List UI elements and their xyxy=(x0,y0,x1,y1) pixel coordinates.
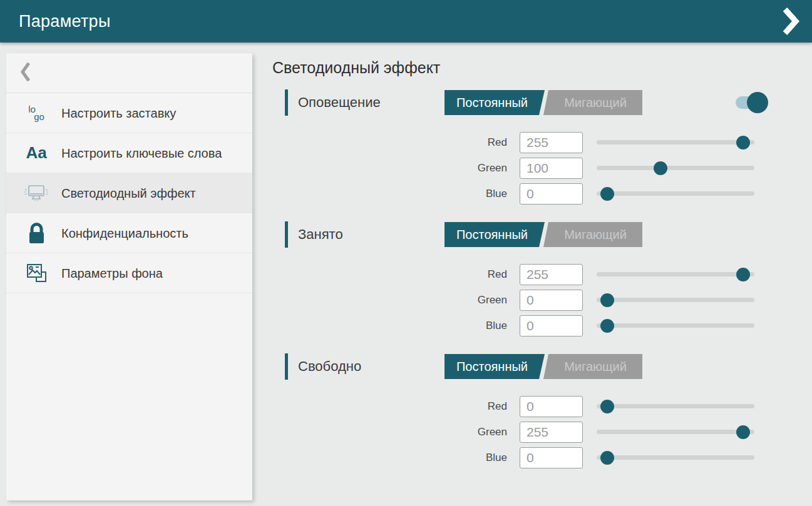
channel-label: Green xyxy=(285,294,507,306)
channel-label: Green xyxy=(285,162,507,175)
led-screen-icon xyxy=(21,182,51,205)
slider-thumb[interactable] xyxy=(600,187,614,201)
green-value-input[interactable] xyxy=(520,290,583,311)
channel-row-blue: Blue xyxy=(285,313,812,338)
keywords-icon: Aa xyxy=(21,143,51,163)
channel-row-red: Red xyxy=(285,129,812,155)
sidebar-item-background[interactable]: Параметры фона xyxy=(6,253,252,293)
slider-track[interactable] xyxy=(597,191,754,196)
slider-track[interactable] xyxy=(597,404,754,408)
blue-value-input[interactable] xyxy=(520,315,583,336)
channel-row-blue: Blue xyxy=(285,445,812,470)
slider-thumb[interactable] xyxy=(600,451,614,465)
red-slider[interactable] xyxy=(597,267,754,282)
led-effect-panel: Светодиодный эффект Оповещение Постоянны… xyxy=(252,43,812,506)
slider-thumb[interactable] xyxy=(600,293,614,307)
red-value-input[interactable] xyxy=(520,264,583,285)
mode-blinking-button[interactable]: Мигающий xyxy=(543,354,642,379)
red-slider[interactable] xyxy=(597,399,754,414)
slider-thumb[interactable] xyxy=(600,319,614,333)
red-value-input[interactable] xyxy=(520,396,583,417)
channel-label: Red xyxy=(285,400,507,413)
green-value-input[interactable] xyxy=(520,422,583,443)
slider-thumb[interactable] xyxy=(736,425,750,439)
green-slider[interactable] xyxy=(597,293,754,308)
chevron-left-icon xyxy=(20,61,31,85)
slider-track[interactable] xyxy=(597,166,754,170)
section-free: Свободно Постоянный Мигающий Red Green xyxy=(285,353,812,470)
blue-value-input[interactable] xyxy=(520,447,583,468)
mode-segmented-control: Постоянный Мигающий xyxy=(445,354,642,379)
section-title: Свободно xyxy=(285,353,445,380)
slider-track[interactable] xyxy=(597,430,754,434)
blue-slider[interactable] xyxy=(597,318,754,333)
channel-label: Blue xyxy=(285,320,507,332)
channel-label: Red xyxy=(285,136,507,149)
mode-segmented-control: Постоянный Мигающий xyxy=(445,222,642,247)
sidebar-item-label: Конфиденциальность xyxy=(61,218,197,248)
sidebar-item-label: Параметры фона xyxy=(61,258,172,288)
mode-solid-button[interactable]: Постоянный xyxy=(445,354,545,379)
mode-blinking-button[interactable]: Мигающий xyxy=(543,90,642,115)
channel-row-green: Green xyxy=(285,419,812,445)
sidebar-item-screensaver[interactable]: logo Настроить заставку xyxy=(6,93,252,133)
chevron-right-icon[interactable] xyxy=(781,6,799,36)
slider-track[interactable] xyxy=(597,323,754,328)
lock-icon xyxy=(21,221,51,246)
sidebar-item-label: Настроить ключевые слова xyxy=(61,138,230,168)
channel-label: Green xyxy=(285,426,507,438)
channel-row-red: Red xyxy=(285,393,812,419)
blue-value-input[interactable] xyxy=(520,183,583,205)
slider-thumb[interactable] xyxy=(736,268,750,281)
section-accent-bar xyxy=(285,221,288,248)
green-slider[interactable] xyxy=(597,425,754,440)
channel-row-blue: Blue xyxy=(285,181,812,206)
logo-icon: logo xyxy=(21,106,51,121)
sidebar-item-label: Светодиодный эффект xyxy=(61,178,205,208)
app-title: Параметры xyxy=(19,12,111,31)
mode-blinking-button[interactable]: Мигающий xyxy=(543,222,642,247)
slider-track[interactable] xyxy=(597,298,754,302)
slider-track[interactable] xyxy=(597,272,754,276)
slider-thumb[interactable] xyxy=(736,136,750,149)
channel-row-green: Green xyxy=(285,287,812,313)
top-bar: Параметры xyxy=(0,0,812,43)
page-title: Светодиодный эффект xyxy=(272,59,812,77)
green-value-input[interactable] xyxy=(520,158,583,179)
red-value-input[interactable] xyxy=(520,132,583,153)
green-slider[interactable] xyxy=(597,161,754,176)
section-accent-bar xyxy=(285,89,288,116)
sidebar-item-keywords[interactable]: Aa Настроить ключевые слова xyxy=(6,133,252,173)
mode-solid-button[interactable]: Постоянный xyxy=(445,222,545,247)
section-title: Занято xyxy=(285,221,445,248)
blue-slider[interactable] xyxy=(597,450,754,465)
section-alert: Оповещение Постоянный Мигающий Red xyxy=(285,89,812,206)
red-slider[interactable] xyxy=(597,135,754,150)
blue-slider[interactable] xyxy=(597,186,754,201)
mode-segmented-control: Постоянный Мигающий xyxy=(445,90,642,115)
slider-track[interactable] xyxy=(597,140,754,144)
channel-label: Blue xyxy=(285,188,507,200)
section-title: Оповещение xyxy=(285,89,445,116)
sidebar-back-button[interactable] xyxy=(6,53,252,93)
sidebar: logo Настроить заставку Aa Настроить клю… xyxy=(6,53,252,500)
toggle-knob xyxy=(747,92,768,113)
slider-thumb[interactable] xyxy=(600,400,614,413)
section-busy: Занято Постоянный Мигающий Red Green xyxy=(285,221,812,338)
sidebar-item-label: Настроить заставку xyxy=(61,98,185,128)
background-icon xyxy=(21,261,51,286)
sidebar-item-led-effect[interactable]: Светодиодный эффект xyxy=(6,173,252,213)
slider-thumb[interactable] xyxy=(654,161,667,175)
section-accent-bar xyxy=(285,353,288,380)
channel-row-red: Red xyxy=(285,261,812,287)
slider-track[interactable] xyxy=(597,455,754,460)
channel-label: Blue xyxy=(285,452,507,464)
channel-label: Red xyxy=(285,268,507,281)
channel-row-green: Green xyxy=(285,155,812,181)
mode-solid-button[interactable]: Постоянный xyxy=(445,90,545,115)
sidebar-item-privacy[interactable]: Конфиденциальность xyxy=(6,213,252,253)
power-toggle[interactable] xyxy=(736,96,766,109)
